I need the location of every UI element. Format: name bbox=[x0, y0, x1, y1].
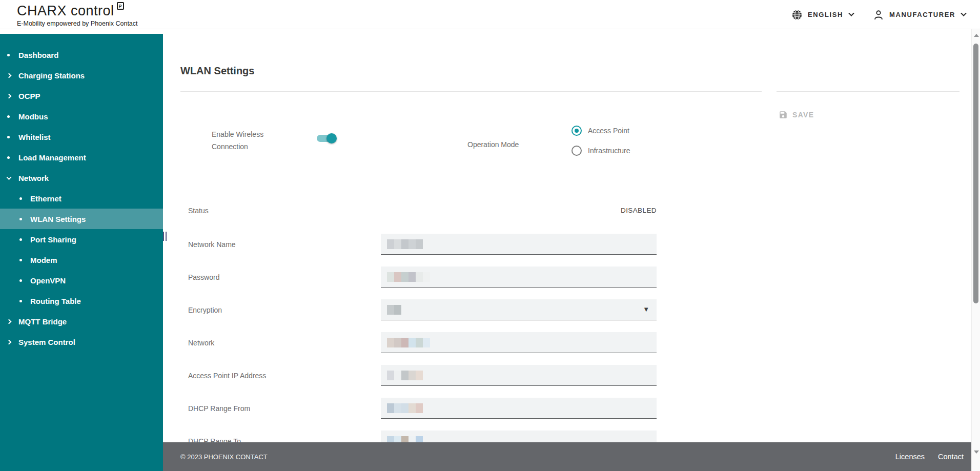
bullet-icon bbox=[7, 115, 18, 118]
language-selector[interactable]: ENGLISH bbox=[791, 9, 853, 21]
chevron-down-icon bbox=[961, 10, 966, 16]
sidebar-item-label: WLAN Settings bbox=[30, 215, 86, 223]
phoenix-contact-logo-icon: P bbox=[117, 2, 124, 10]
account-selector-label: MANUFACTURER bbox=[889, 11, 955, 18]
sidebar-item-wlan-settings[interactable]: WLAN Settings bbox=[0, 209, 163, 229]
sidebar-nav: Dashboard Charging Stations OCPP Modbus … bbox=[0, 34, 163, 471]
field-network-name: Network Name bbox=[163, 234, 971, 255]
field-label: Access Point IP Address bbox=[188, 372, 266, 380]
network-name-input[interactable] bbox=[381, 234, 657, 255]
scroll-up-arrow[interactable] bbox=[974, 34, 979, 37]
radio-selected-icon bbox=[571, 126, 582, 136]
radio-infrastructure[interactable]: Infrastructure bbox=[571, 146, 630, 156]
header-controls: ENGLISH MANUFACTURER bbox=[791, 0, 966, 29]
redacted-value bbox=[387, 371, 423, 380]
chevron-right-icon bbox=[7, 74, 18, 77]
redacted-value bbox=[387, 305, 401, 315]
redacted-value bbox=[387, 272, 430, 282]
sidebar-item-label: Whitelist bbox=[18, 133, 51, 141]
redacted-value bbox=[387, 338, 430, 347]
sidebar-item-dashboard[interactable]: Dashboard bbox=[0, 45, 163, 65]
page-title: WLAN Settings bbox=[180, 65, 254, 77]
sidebar-item-label: Modbus bbox=[18, 112, 48, 121]
bullet-icon bbox=[7, 156, 18, 159]
sidebar-item-label: Load Management bbox=[18, 153, 86, 162]
footer-links: Licenses Contact bbox=[895, 453, 964, 461]
chevron-down-icon bbox=[848, 10, 854, 16]
field-password: Password bbox=[163, 267, 971, 288]
scroll-down-arrow[interactable] bbox=[974, 450, 979, 454]
sidebar-item-modbus[interactable]: Modbus bbox=[0, 106, 163, 127]
encryption-select[interactable]: ▼ bbox=[381, 299, 657, 320]
sidebar-item-label: Port Sharing bbox=[30, 235, 76, 244]
sidebar-item-label: Routing Table bbox=[30, 297, 81, 305]
sidebar-item-load-management[interactable]: Load Management bbox=[0, 147, 163, 168]
chevron-down-icon bbox=[7, 176, 18, 180]
access-point-ip-input[interactable] bbox=[381, 365, 657, 386]
save-button-label: SAVE bbox=[792, 111, 814, 119]
sidebar-resize-handle[interactable] bbox=[163, 232, 169, 241]
enable-wireless-toggle[interactable] bbox=[317, 135, 335, 142]
radio-label: Access Point bbox=[588, 127, 629, 135]
sidebar-item-label: Charging Stations bbox=[18, 71, 85, 80]
sidebar-item-ocpp[interactable]: OCPP bbox=[0, 86, 163, 106]
copyright-text: © 2023 PHOENIX CONTACT bbox=[180, 453, 268, 461]
sidebar-item-routing-table[interactable]: Routing Table bbox=[0, 291, 163, 311]
sidebar-item-network[interactable]: Network bbox=[0, 168, 163, 188]
sidebar-item-modem[interactable]: Modem bbox=[0, 250, 163, 270]
field-encryption: Encryption ▼ bbox=[163, 299, 971, 320]
field-network: Network bbox=[163, 332, 971, 353]
bullet-icon bbox=[19, 300, 30, 302]
sidebar-item-mqtt-bridge[interactable]: MQTT Bridge bbox=[0, 311, 163, 332]
sidebar-item-system-control[interactable]: System Control bbox=[0, 332, 163, 352]
bullet-icon bbox=[19, 259, 30, 261]
sidebar-item-ethernet[interactable]: Ethernet bbox=[0, 188, 163, 209]
password-input[interactable] bbox=[381, 267, 657, 288]
sidebar-item-port-sharing[interactable]: Port Sharing bbox=[0, 229, 163, 250]
field-label: Password bbox=[188, 273, 219, 281]
sidebar-item-label: Dashboard bbox=[18, 51, 58, 59]
bullet-icon bbox=[19, 197, 30, 200]
chevron-right-icon bbox=[7, 94, 18, 98]
actions-divider bbox=[777, 91, 959, 92]
charx-control-app: CHARX control P E-Mobility empowered by … bbox=[0, 0, 980, 471]
radio-access-point[interactable]: Access Point bbox=[571, 126, 629, 136]
field-dhcp-range-from: DHCP Range From bbox=[163, 398, 971, 419]
redacted-value bbox=[387, 403, 423, 413]
scrollbar-thumb[interactable] bbox=[973, 44, 978, 303]
licenses-link[interactable]: Licenses bbox=[895, 453, 925, 461]
save-button[interactable]: SAVE bbox=[779, 110, 814, 119]
app-footer: © 2023 PHOENIX CONTACT Licenses Contact bbox=[163, 442, 974, 471]
sidebar-item-charging-stations[interactable]: Charging Stations bbox=[0, 65, 163, 86]
main-content: WLAN Settings Enable Wireless Connection… bbox=[163, 29, 971, 471]
field-label: Network bbox=[188, 339, 214, 347]
toggle-thumb bbox=[326, 133, 337, 144]
redacted-value bbox=[387, 239, 423, 249]
contact-link[interactable]: Contact bbox=[938, 453, 964, 461]
sidebar-item-label: Network bbox=[18, 174, 49, 182]
dhcp-range-from-input[interactable] bbox=[381, 398, 657, 419]
dropdown-arrow-icon[interactable]: ▼ bbox=[643, 306, 649, 313]
app-tagline: E-Mobility empowered by Phoenix Contact bbox=[17, 20, 138, 27]
radio-label: Infrastructure bbox=[588, 147, 630, 155]
enable-wireless-label: Enable Wireless Connection bbox=[212, 128, 274, 153]
app-header: CHARX control P E-Mobility empowered by … bbox=[0, 0, 980, 29]
bullet-icon bbox=[19, 218, 30, 220]
radio-unselected-icon bbox=[571, 146, 582, 156]
sidebar-item-openvpn[interactable]: OpenVPN bbox=[0, 270, 163, 291]
vertical-scrollbar bbox=[971, 29, 980, 471]
sidebar-item-label: Modem bbox=[30, 256, 57, 264]
language-selector-label: ENGLISH bbox=[808, 11, 843, 18]
field-label: Network Name bbox=[188, 240, 236, 249]
chevron-right-icon bbox=[7, 340, 18, 344]
account-selector[interactable]: MANUFACTURER bbox=[873, 9, 966, 21]
sidebar-item-label: Ethernet bbox=[30, 194, 62, 203]
status-label: Status bbox=[188, 207, 209, 215]
user-icon bbox=[873, 9, 884, 21]
globe-icon bbox=[791, 9, 803, 21]
sidebar-item-label: MQTT Bridge bbox=[18, 317, 67, 326]
sidebar-item-label: System Control bbox=[18, 338, 75, 346]
network-input[interactable] bbox=[381, 332, 657, 353]
sidebar-item-whitelist[interactable]: Whitelist bbox=[0, 127, 163, 147]
bullet-icon bbox=[19, 238, 30, 241]
